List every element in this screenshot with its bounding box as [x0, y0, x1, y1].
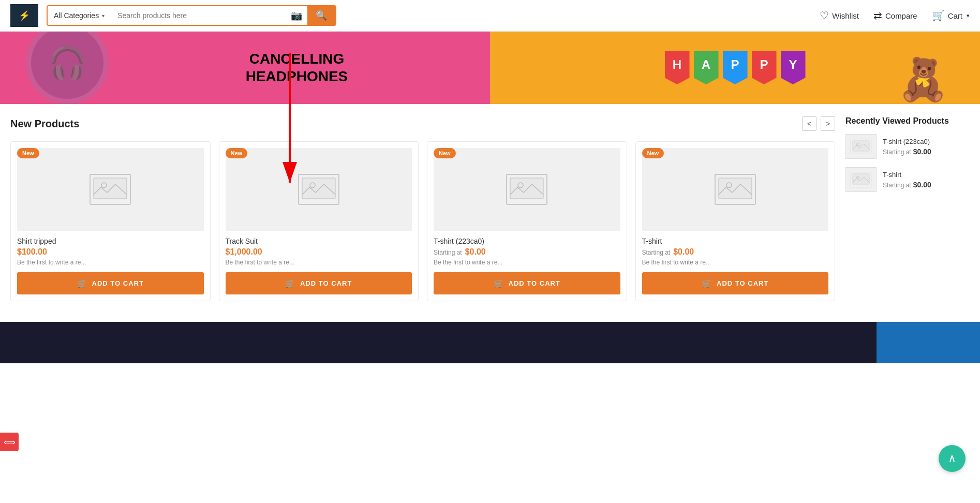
rv-price-row: Starting at $0.00 [883, 181, 931, 189]
cart-link[interactable]: 🛒 Cart ▾ [932, 9, 970, 22]
cart-icon: 🛒 [285, 278, 296, 288]
rv-product-info: T-shirt (223ca0) Starting at $0.00 [883, 138, 931, 156]
svg-rect-12 [719, 178, 752, 199]
product-price: $100.00 [17, 247, 47, 257]
rv-product-name: T-shirt [883, 171, 931, 179]
rv-product-image [845, 134, 877, 159]
product-price-row: Starting at $0.00 [434, 247, 620, 257]
svg-rect-6 [302, 178, 335, 199]
add-to-cart-button[interactable]: 🛒 ADD TO CART [17, 272, 204, 294]
image-placeholder-icon [715, 174, 756, 205]
search-icon: 🔍 [316, 10, 327, 21]
product-review: Be the first to write a re... [226, 259, 412, 266]
add-to-cart-button[interactable]: 🛒 ADD TO CART [642, 272, 829, 294]
rv-image-placeholder [851, 171, 871, 188]
recently-viewed-item[interactable]: T-shirt Starting at $0.00 [845, 167, 970, 192]
price-prefix-label: Starting at [642, 249, 671, 256]
product-card: New T-shirt Starting at $0.00 Be the fir… [635, 141, 836, 301]
product-price: $0.00 [465, 247, 486, 257]
compare-icon: ⇄ [873, 9, 882, 22]
logo[interactable]: ⚡ [10, 4, 38, 27]
cart-icon: 🛒 [702, 278, 712, 288]
product-name: T-shirt [642, 237, 829, 245]
heart-icon: ♡ [820, 9, 829, 22]
image-placeholder-icon [506, 174, 547, 205]
search-bar: All Categories ▾ 📷 🔍 [47, 5, 336, 26]
product-image [17, 148, 204, 231]
products-section: New Products < > New [10, 116, 835, 301]
cart-icon: 🛒 [494, 278, 504, 288]
add-to-cart-label: ADD TO CART [92, 279, 144, 287]
logo-icon: ⚡ [19, 10, 30, 21]
header: ⚡ All Categories ▾ 📷 🔍 ♡ Wishlist ⇄ Comp… [0, 0, 980, 32]
product-badge: New [17, 148, 39, 158]
cart-label: Cart [948, 11, 962, 20]
rv-price-label: Starting at [883, 182, 911, 189]
section-header: New Products < > [10, 116, 835, 131]
product-card: New T-shirt (223ca0) Starting at $0.00 B… [427, 141, 627, 301]
prev-button[interactable]: < [802, 116, 816, 131]
product-card: New Track Suit $1,000.00 Be the first to… [219, 141, 419, 301]
rv-image-placeholder [851, 138, 871, 155]
product-image [642, 148, 829, 231]
camera-icon: 📷 [291, 10, 302, 21]
nav-arrows: < > [802, 116, 835, 131]
price-prefix-label: Starting at [434, 249, 462, 256]
product-name: Shirt tripped [17, 237, 204, 245]
svg-rect-9 [510, 178, 543, 199]
section-title: New Products [10, 118, 79, 130]
rv-price-row: Starting at $0.00 [883, 147, 931, 156]
main-content: New Products < > New [0, 104, 980, 301]
wishlist-label: Wishlist [832, 11, 859, 20]
product-review: Be the first to write a re... [642, 259, 829, 266]
product-review: Be the first to write a re... [17, 259, 204, 266]
products-grid: New Shirt tripped $100.00 Be the first t… [10, 141, 835, 301]
product-price-row: $1,000.00 [226, 247, 412, 257]
product-price-row: Starting at $0.00 [642, 247, 829, 257]
rv-product-info: T-shirt Starting at $0.00 [883, 171, 931, 189]
add-to-cart-label: ADD TO CART [509, 279, 560, 287]
add-to-cart-button[interactable]: 🛒 ADD TO CART [434, 272, 620, 294]
chevron-down-icon: ▾ [102, 13, 105, 19]
search-input[interactable] [111, 6, 286, 25]
category-label: All Categories [54, 11, 99, 20]
category-dropdown[interactable]: All Categories ▾ [48, 6, 111, 25]
product-badge: New [642, 148, 664, 158]
recently-viewed-title: Recently Viewed Products [845, 116, 970, 126]
image-placeholder-icon [298, 174, 339, 205]
cart-icon: 🛒 [932, 9, 945, 22]
product-card: New Shirt tripped $100.00 Be the first t… [10, 141, 211, 301]
search-button[interactable]: 🔍 [307, 6, 335, 25]
hero-section: 🎧 CANCELLING HEADPHONES H A P [0, 32, 980, 104]
product-image [434, 148, 620, 231]
rv-product-image [845, 167, 877, 192]
cart-icon: 🛒 [77, 278, 88, 288]
hero-banner-right: H A P P Y 🧸 [490, 32, 980, 104]
header-actions: ♡ Wishlist ⇄ Compare 🛒 Cart ▾ [820, 9, 970, 22]
wishlist-link[interactable]: ♡ Wishlist [820, 9, 859, 22]
recently-viewed-item[interactable]: T-shirt (223ca0) Starting at $0.00 [845, 134, 970, 159]
svg-rect-15 [853, 141, 869, 151]
product-price: $1,000.00 [226, 247, 262, 257]
product-badge: New [434, 148, 456, 158]
compare-link[interactable]: ⇄ Compare [873, 9, 917, 22]
product-image [226, 148, 412, 231]
svg-rect-18 [853, 174, 869, 184]
next-button[interactable]: > [821, 116, 835, 131]
cart-dropdown-icon: ▾ [967, 12, 970, 19]
add-to-cart-button[interactable]: 🛒 ADD TO CART [226, 272, 412, 294]
bottom-banner-left [0, 322, 877, 363]
camera-search-button[interactable]: 📷 [286, 6, 307, 25]
product-badge: New [226, 148, 248, 158]
add-to-cart-label: ADD TO CART [717, 279, 768, 287]
rv-price-label: Starting at [883, 149, 911, 156]
product-name: Track Suit [226, 237, 412, 245]
hero-banner-left: 🎧 CANCELLING HEADPHONES [0, 32, 490, 104]
image-placeholder-icon [90, 174, 131, 205]
bottom-banner-right [877, 322, 980, 363]
product-review: Be the first to write a re... [434, 259, 620, 266]
sidebar: Recently Viewed Products T-shirt (223ca0… [845, 116, 970, 301]
product-name: T-shirt (223ca0) [434, 237, 620, 245]
svg-rect-3 [94, 178, 127, 199]
rv-price: $0.00 [913, 147, 931, 156]
